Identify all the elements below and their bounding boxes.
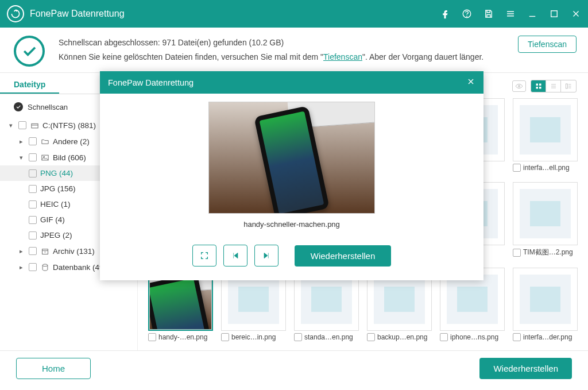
grid-card[interactable]: interfa…ell.png bbox=[513, 98, 578, 172]
svg-rect-2 bbox=[551, 11, 558, 17]
checkbox[interactable] bbox=[29, 247, 37, 255]
facebook-icon[interactable] bbox=[440, 9, 450, 19]
maximize-icon[interactable] bbox=[549, 9, 559, 19]
status-panel: Schnellscan abgeschlossen: 971 Datei(en)… bbox=[0, 28, 588, 73]
menu-icon[interactable] bbox=[505, 9, 516, 19]
view-mode-group bbox=[531, 80, 577, 92]
status-text: Schnellscan abgeschlossen: 971 Datei(en)… bbox=[59, 36, 518, 64]
help-icon[interactable] bbox=[462, 9, 472, 19]
view-grid[interactable] bbox=[531, 80, 546, 92]
save-icon[interactable] bbox=[483, 9, 494, 19]
checkbox[interactable] bbox=[294, 333, 302, 341]
modal-title: FonePaw Datenrettung bbox=[108, 78, 194, 87]
chevron-right-icon: ▸ bbox=[17, 264, 25, 271]
chevron-down-icon: ▾ bbox=[17, 154, 25, 161]
next-button[interactable] bbox=[254, 245, 278, 267]
modal-close-icon[interactable] bbox=[466, 77, 475, 88]
footer: Home Wiederherstellen bbox=[0, 350, 588, 386]
svg-point-1 bbox=[467, 16, 467, 17]
checkbox[interactable] bbox=[513, 333, 521, 341]
svg-rect-12 bbox=[539, 87, 541, 89]
svg-rect-6 bbox=[42, 249, 48, 254]
minimize-icon[interactable] bbox=[527, 9, 537, 19]
view-list[interactable] bbox=[546, 80, 561, 92]
folder-icon bbox=[40, 137, 49, 146]
checkbox[interactable] bbox=[29, 263, 37, 271]
preview-image bbox=[208, 102, 375, 214]
svg-point-7 bbox=[42, 264, 48, 266]
modal-recover-button[interactable]: Wiederherstellen bbox=[295, 245, 392, 267]
scan-complete-icon bbox=[14, 36, 45, 67]
deep-scan-link[interactable]: Tiefenscan bbox=[323, 52, 362, 61]
grid-card[interactable]: interfa…der.png bbox=[513, 268, 578, 341]
app-logo bbox=[7, 5, 24, 22]
quickscan-label: Schnellscan bbox=[28, 103, 68, 111]
checkbox[interactable] bbox=[513, 164, 521, 172]
svg-rect-3 bbox=[31, 123, 37, 128]
status-line2b: ". Aber der Vorgang dauert länger. bbox=[362, 52, 483, 61]
tab-filetype[interactable]: Dateityp bbox=[0, 75, 59, 94]
svg-point-8 bbox=[519, 86, 520, 87]
checkbox[interactable] bbox=[148, 333, 156, 341]
status-line2a: Können Sie keine gelöschten Dateien find… bbox=[59, 52, 323, 61]
svg-rect-9 bbox=[536, 84, 538, 86]
image-icon bbox=[40, 153, 49, 162]
prev-button[interactable] bbox=[223, 245, 247, 267]
fullscreen-button[interactable] bbox=[192, 245, 216, 267]
archive-icon bbox=[40, 246, 49, 256]
svg-rect-10 bbox=[539, 84, 541, 86]
deep-scan-button[interactable]: Tiefenscan bbox=[518, 36, 577, 53]
grid-card[interactable]: TIM截图…2.png bbox=[513, 182, 578, 257]
chevron-right-icon: ▸ bbox=[17, 138, 25, 145]
checkbox[interactable] bbox=[29, 153, 37, 161]
recover-button[interactable]: Wiederherstellen bbox=[479, 358, 572, 379]
checkbox[interactable] bbox=[29, 231, 37, 240]
close-icon[interactable] bbox=[571, 9, 581, 19]
checkbox[interactable] bbox=[367, 333, 375, 341]
checkbox[interactable] bbox=[221, 333, 229, 341]
checkbox[interactable] bbox=[18, 121, 26, 129]
status-line1: Schnellscan abgeschlossen: 971 Datei(en)… bbox=[59, 36, 518, 50]
check-circle-icon bbox=[14, 102, 23, 111]
checkbox[interactable] bbox=[29, 185, 37, 193]
checkbox[interactable] bbox=[513, 249, 521, 257]
checkbox[interactable] bbox=[29, 137, 37, 145]
chevron-right-icon: ▸ bbox=[17, 248, 25, 255]
title-bar: FonePaw Datenrettung bbox=[0, 0, 588, 28]
chevron-down-icon: ▾ bbox=[7, 122, 15, 129]
checkbox[interactable] bbox=[440, 333, 448, 341]
svg-rect-13 bbox=[566, 84, 568, 88]
svg-rect-11 bbox=[536, 87, 538, 89]
drive-icon bbox=[30, 121, 39, 130]
checkbox[interactable] bbox=[29, 200, 37, 208]
home-button[interactable]: Home bbox=[16, 358, 91, 379]
preview-modal: FonePaw Datenrettung handy-schneller-mac… bbox=[100, 71, 483, 280]
view-detail[interactable] bbox=[561, 80, 576, 92]
checkbox[interactable] bbox=[29, 169, 37, 177]
preview-filename: handy-schneller-machen.png bbox=[117, 220, 466, 229]
app-title: FonePaw Datenrettung bbox=[30, 9, 125, 19]
checkbox[interactable] bbox=[29, 216, 37, 224]
preview-toggle[interactable] bbox=[512, 80, 526, 92]
database-icon bbox=[40, 262, 49, 272]
